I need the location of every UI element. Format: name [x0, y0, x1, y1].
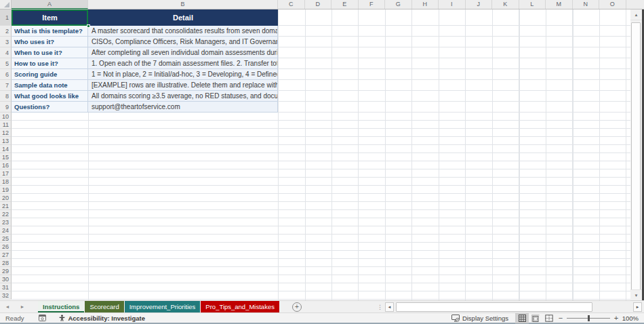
empty-cells[interactable]: [12, 251, 630, 259]
column-header-j[interactable]: J: [466, 0, 493, 9]
row-header[interactable]: 7: [0, 80, 12, 91]
item-cell[interactable]: Questions?: [12, 102, 88, 113]
row-header[interactable]: 15: [0, 153, 12, 161]
display-settings-button[interactable]: Display Settings: [445, 315, 515, 322]
item-cell[interactable]: Who uses it?: [12, 37, 88, 47]
column-header-l[interactable]: L: [519, 0, 546, 9]
scroll-down-icon[interactable]: ▼: [630, 289, 642, 300]
detail-cell[interactable]: 1. Open each of the 7 domain assessment …: [88, 58, 278, 69]
item-cell[interactable]: What is this template?: [12, 26, 88, 37]
empty-cells[interactable]: [12, 275, 630, 283]
item-cell[interactable]: Sample data note: [12, 80, 88, 91]
row-header[interactable]: 11: [0, 121, 12, 129]
empty-cells[interactable]: [278, 69, 630, 80]
row-header[interactable]: 14: [0, 145, 12, 153]
detail-cell[interactable]: After completing all seven individual do…: [88, 47, 278, 58]
column-header-i[interactable]: I: [439, 0, 466, 9]
empty-cells[interactable]: [12, 235, 630, 243]
page-layout-view-button[interactable]: [529, 313, 542, 323]
macro-record-icon[interactable]: [39, 315, 46, 321]
column-header-c[interactable]: C: [278, 0, 305, 9]
detail-cell[interactable]: [EXAMPLE] rows are illustrative. Delete …: [88, 80, 278, 91]
row-header[interactable]: 3: [0, 37, 12, 47]
empty-cells[interactable]: [12, 137, 630, 145]
empty-cells[interactable]: [278, 91, 630, 102]
row-header[interactable]: 32: [0, 291, 12, 300]
row-header[interactable]: 17: [0, 169, 12, 178]
column-header-g[interactable]: G: [385, 0, 412, 9]
cell-a1-item-header[interactable]: Item: [12, 9, 88, 26]
empty-cells[interactable]: [12, 210, 630, 218]
empty-cells[interactable]: [12, 259, 630, 267]
empty-cells[interactable]: [278, 9, 630, 26]
column-header-h[interactable]: H: [412, 0, 439, 9]
zoom-level[interactable]: 100%: [621, 315, 644, 322]
zoom-out-button[interactable]: −: [556, 314, 565, 322]
item-cell[interactable]: Scoring guide: [12, 69, 88, 80]
row-header[interactable]: 8: [0, 91, 12, 102]
row-header[interactable]: 10: [0, 113, 12, 121]
row-header[interactable]: 21: [0, 202, 12, 210]
empty-cells[interactable]: [12, 218, 630, 226]
row-header[interactable]: 25: [0, 235, 12, 243]
tab-improvement-priorities[interactable]: Improvement_Priorities: [125, 301, 201, 312]
empty-cells[interactable]: [12, 194, 630, 202]
vertical-scrollbar-thumb[interactable]: [631, 22, 641, 296]
tab-pro-tips-and-mistakes[interactable]: Pro_Tips_and_Mistakes: [201, 301, 279, 312]
row-header[interactable]: 2: [0, 26, 12, 37]
row-header[interactable]: 24: [0, 226, 12, 235]
empty-cells[interactable]: [278, 47, 630, 58]
empty-cells[interactable]: [12, 113, 630, 121]
row-header[interactable]: 13: [0, 137, 12, 145]
detail-cell[interactable]: 1 = Not in place, 2 = Initial/ad-hoc, 3 …: [88, 69, 278, 80]
row-header[interactable]: 22: [0, 210, 12, 218]
empty-cells[interactable]: [12, 291, 630, 300]
tab-scroll-divider[interactable]: ⋮: [377, 302, 383, 312]
scroll-up-icon[interactable]: ▲: [630, 9, 642, 20]
cell-b1-detail-header[interactable]: Detail: [88, 9, 278, 26]
row-header[interactable]: 30: [0, 275, 12, 283]
scroll-left-icon[interactable]: ◄: [385, 302, 394, 312]
column-header-m[interactable]: M: [546, 0, 573, 9]
empty-cells[interactable]: [12, 169, 630, 178]
zoom-slider[interactable]: [567, 318, 610, 319]
empty-cells[interactable]: [12, 121, 630, 129]
row-header[interactable]: 9: [0, 102, 12, 113]
normal-view-button[interactable]: [515, 313, 529, 323]
empty-cells[interactable]: [12, 161, 630, 169]
empty-cells[interactable]: [12, 267, 630, 275]
detail-cell[interactable]: CISOs, Compliance Officers, Risk Manager…: [88, 37, 278, 47]
vertical-scrollbar[interactable]: ▲ ▼: [630, 9, 642, 300]
horizontal-scrollbar-thumb[interactable]: [396, 302, 592, 312]
zoom-in-button[interactable]: +: [611, 314, 621, 322]
empty-cells[interactable]: [278, 58, 630, 69]
empty-cells[interactable]: [12, 178, 630, 186]
row-header[interactable]: 12: [0, 129, 12, 137]
empty-cells[interactable]: [12, 186, 630, 194]
empty-cells[interactable]: [12, 202, 630, 210]
detail-cell[interactable]: A master scorecard that consolidates res…: [88, 26, 278, 37]
tab-nav-right-icon[interactable]: ►: [15, 301, 30, 312]
column-header-d[interactable]: D: [305, 0, 332, 9]
zoom-slider-thumb[interactable]: [588, 315, 590, 321]
empty-cells[interactable]: [12, 283, 630, 291]
row-header[interactable]: 16: [0, 161, 12, 169]
column-header-k[interactable]: K: [492, 0, 519, 9]
column-header-o[interactable]: O: [599, 0, 626, 9]
row-header[interactable]: 26: [0, 243, 12, 251]
add-sheet-button[interactable]: +: [292, 302, 302, 312]
empty-cells[interactable]: [12, 226, 630, 235]
item-cell[interactable]: How to use it?: [12, 58, 88, 69]
tab-scorecard[interactable]: Scorecard: [85, 301, 123, 312]
empty-cells[interactable]: [12, 153, 630, 161]
empty-cells[interactable]: [278, 102, 630, 113]
row-header[interactable]: 1: [0, 9, 12, 26]
column-header-f[interactable]: F: [359, 0, 386, 9]
detail-cell[interactable]: support@theartofservice.com: [88, 102, 278, 113]
row-header[interactable]: 31: [0, 283, 12, 291]
detail-cell[interactable]: All domains scoring ≥3.5 average, no RED…: [88, 91, 278, 102]
empty-cells[interactable]: [278, 80, 630, 91]
page-break-view-button[interactable]: [542, 313, 556, 323]
row-header[interactable]: 6: [0, 69, 12, 80]
row-header[interactable]: 18: [0, 178, 12, 186]
